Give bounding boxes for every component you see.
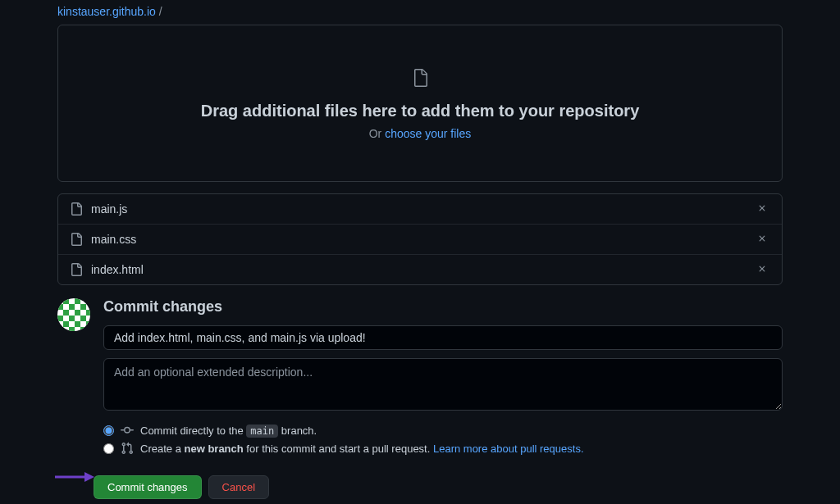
remove-file-button[interactable] <box>754 233 770 246</box>
file-item: main.css <box>58 225 782 255</box>
file-name: index.html <box>91 263 754 276</box>
avatar <box>57 298 90 331</box>
file-name: main.js <box>91 202 754 216</box>
git-pull-request-icon <box>121 442 134 455</box>
commit-heading: Commit changes <box>103 298 783 316</box>
choose-files-link[interactable]: choose your files <box>385 127 471 140</box>
commit-changes-button[interactable]: Commit changes <box>94 475 202 499</box>
file-item: index.html <box>58 255 782 284</box>
commit-description-textarea[interactable] <box>103 358 783 411</box>
radio-commit-direct-input[interactable] <box>103 425 114 436</box>
remove-file-button[interactable] <box>754 263 770 276</box>
dropzone-title: Drag additional files here to add them t… <box>75 102 765 120</box>
close-icon <box>757 234 767 243</box>
file-item: main.js <box>58 194 782 225</box>
file-name: main.css <box>91 233 754 246</box>
file-icon <box>70 263 83 276</box>
file-list: main.js main.css index.html <box>57 193 783 285</box>
file-icon <box>70 202 83 216</box>
branch-name: main <box>246 425 278 438</box>
radio-new-branch[interactable]: Create a new branch for this commit and … <box>103 439 783 457</box>
breadcrumb: kinstauser.github.io / <box>57 0 783 25</box>
commit-summary-input[interactable] <box>103 325 783 350</box>
commit-target-radio-group: Commit directly to the main branch. Crea… <box>103 421 783 457</box>
close-icon <box>757 203 767 213</box>
radio-new-branch-input[interactable] <box>103 443 114 454</box>
learn-more-link[interactable]: Learn more about pull requests. <box>433 443 584 455</box>
repo-link[interactable]: kinstauser.github.io <box>57 5 156 18</box>
radio-commit-direct[interactable]: Commit directly to the main branch. <box>103 421 783 439</box>
remove-file-button[interactable] <box>754 202 770 216</box>
file-icon <box>70 233 83 246</box>
git-commit-icon <box>121 424 134 437</box>
file-dropzone[interactable]: Drag additional files here to add them t… <box>57 25 783 182</box>
file-icon <box>410 68 430 90</box>
cancel-button[interactable]: Cancel <box>208 475 269 499</box>
close-icon <box>757 264 767 274</box>
dropzone-subtitle: Or choose your files <box>75 127 765 140</box>
breadcrumb-separator: / <box>159 5 162 18</box>
